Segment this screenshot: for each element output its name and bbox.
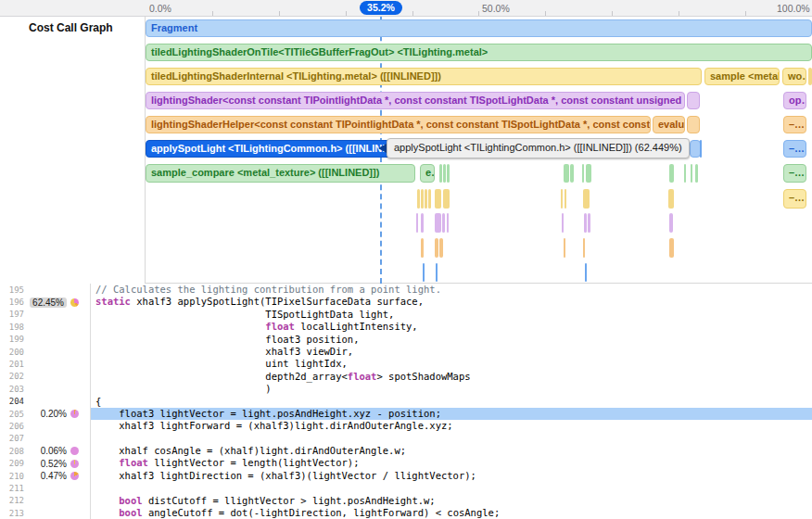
flame-bar[interactable] <box>668 189 674 209</box>
flame-bar[interactable] <box>695 164 698 183</box>
flame-bar[interactable] <box>439 164 442 183</box>
flame-bar[interactable] <box>584 213 587 233</box>
code-line[interactable]: 213 bool angleCutoff = dot(-lightDirecti… <box>0 507 812 519</box>
flame-bar-internal[interactable]: tiledLightingShaderInternal <TILighting.… <box>146 68 702 85</box>
flame-bar[interactable] <box>564 238 565 258</box>
flame-bar-op[interactable]: op… <box>783 92 806 109</box>
code-line[interactable]: 212 bool distCutoff = llightVector > lig… <box>0 495 812 507</box>
flame-bar[interactable] <box>700 140 702 158</box>
flame-bar[interactable] <box>588 213 590 233</box>
line-number: 207 <box>0 434 24 443</box>
ruler-tick <box>745 11 746 16</box>
flame-bar[interactable] <box>586 164 591 183</box>
flame-bar[interactable] <box>808 68 812 85</box>
line-number: 199 <box>0 335 24 344</box>
flame-bar[interactable] <box>435 189 441 209</box>
flame-bar[interactable] <box>585 263 587 282</box>
code-line[interactable]: 202 depth2d_array<float> spotShadowMaps <box>0 371 812 383</box>
line-number: 208 <box>0 447 24 456</box>
code-line[interactable]: 198 float localLightIntensity, <box>0 321 812 333</box>
line-number: 198 <box>0 323 24 332</box>
flame-bar-truncated[interactable]: –… <box>783 189 806 209</box>
flame-bar[interactable] <box>435 213 441 233</box>
flame-bar[interactable] <box>684 164 686 183</box>
flame-bar-evalu[interactable]: evalu… <box>653 116 685 133</box>
cost-pie-icon <box>70 472 79 480</box>
line-number: 202 <box>0 372 24 381</box>
code-line[interactable]: 207 <box>0 433 812 445</box>
selection-tooltip: applySpotLight <TILightingCommon.h> ([[I… <box>387 138 690 158</box>
flame-bar-sample-metal[interactable]: sample <metal… <box>704 68 780 85</box>
flame-bar[interactable] <box>582 164 584 183</box>
flame-bar[interactable] <box>435 238 438 258</box>
line-number: 196 <box>0 297 24 307</box>
ruler-tick <box>346 11 347 16</box>
flame-bar[interactable] <box>428 189 431 209</box>
flame-bar[interactable] <box>669 213 673 233</box>
flame-bar[interactable] <box>562 213 564 233</box>
code-line[interactable]: 195 // Calculates the lighting contribut… <box>0 284 812 296</box>
flame-bar[interactable] <box>436 263 438 282</box>
flame-bar[interactable] <box>417 189 420 209</box>
code-line[interactable]: 204 { <box>0 396 812 408</box>
flame-bar-helper[interactable]: lightingShaderHelper<const constant TIPo… <box>146 116 651 133</box>
flame-bar-ontile[interactable]: tiledLightingShaderOnTile<TITileGBufferF… <box>146 44 812 61</box>
flame-bar-fragment[interactable]: Fragment <box>146 19 812 37</box>
code-line[interactable]: 200 xhalf3 viewDir, <box>0 346 812 358</box>
flame-bar-lightingshader[interactable]: lightingShader<const constant TIPointlig… <box>146 92 685 109</box>
flame-bar[interactable] <box>443 164 446 183</box>
flame-bar[interactable] <box>669 238 674 258</box>
code-line[interactable]: 2080.06% xhalf cosAngle = (xhalf)light.d… <box>0 445 812 457</box>
flame-bar[interactable] <box>425 189 427 209</box>
flame-bar[interactable] <box>687 116 700 133</box>
code-line[interactable]: 203 ) <box>0 383 812 395</box>
line-number: 213 <box>0 509 24 518</box>
flame-bar[interactable] <box>565 189 566 209</box>
flame-bar[interactable] <box>561 189 563 209</box>
code-line-selected[interactable]: 2050.20% float3 lightVector = light.posA… <box>0 408 812 420</box>
code-line[interactable]: 199 float3 position, <box>0 334 812 346</box>
flame-bar[interactable] <box>570 164 574 183</box>
flame-bar[interactable] <box>423 263 425 282</box>
cost-percent: 62.45% <box>30 297 67 308</box>
code-line[interactable]: 201 uint lightIdx, <box>0 358 812 370</box>
code-line[interactable]: 206 xhalf3 lightForward = (xhalf3)light.… <box>0 420 812 432</box>
flame-bar[interactable] <box>691 164 692 183</box>
flame-bar[interactable] <box>439 238 443 258</box>
flame-bar-e[interactable]: e… <box>420 164 435 183</box>
flame-bar[interactable] <box>583 189 590 209</box>
cost-pie-icon <box>70 447 79 455</box>
flame-bar[interactable] <box>421 189 424 209</box>
playhead-badge[interactable]: 35.2% <box>360 1 402 15</box>
timeline-ruler[interactable]: 0.0% 50.0% 100.0% 35.2% <box>0 0 812 17</box>
line-number: 201 <box>0 360 24 369</box>
flame-bar[interactable] <box>669 164 674 183</box>
flame-bar-samplecompare[interactable]: sample_compare <metal_texture> ([[INLINE… <box>146 164 415 183</box>
flame-bar-truncated[interactable]: –… <box>783 116 806 133</box>
ruler-tick <box>478 11 479 16</box>
flame-bar[interactable] <box>583 238 585 258</box>
line-number: 206 <box>0 422 24 431</box>
code-line[interactable]: 2100.47% xhalf3 lightDirection = (xhalf3… <box>0 470 812 482</box>
line-number: 200 <box>0 348 24 357</box>
flame-bar-wo[interactable]: wo… <box>782 68 806 85</box>
code-line[interactable]: 197 TISpotLightData light, <box>0 309 812 321</box>
flame-bar[interactable] <box>442 213 445 233</box>
code-line[interactable]: 2090.52% float llightVector = length(lig… <box>0 457 812 469</box>
flame-bar[interactable] <box>564 164 569 183</box>
flame-bar[interactable] <box>416 213 418 233</box>
flame-bar[interactable] <box>421 238 424 258</box>
flame-bar[interactable] <box>447 213 449 233</box>
code-line[interactable]: 19662.45% static xhalf3 applySpotLight(T… <box>0 296 812 308</box>
gutter-divider <box>90 284 91 519</box>
flame-bar[interactable] <box>421 213 424 233</box>
code-line[interactable]: 211 <box>0 482 812 494</box>
flame-bar[interactable] <box>447 164 450 183</box>
flame-bar-truncated[interactable]: –… <box>783 164 806 183</box>
cost-pie-icon <box>70 410 79 418</box>
flame-bar[interactable] <box>443 189 450 209</box>
flame-bar-truncated[interactable]: –… <box>783 140 806 158</box>
flame-bar[interactable] <box>687 92 700 109</box>
ruler-label-100: 100.0% <box>777 3 810 14</box>
page-title: Cost Call Graph <box>29 21 113 34</box>
